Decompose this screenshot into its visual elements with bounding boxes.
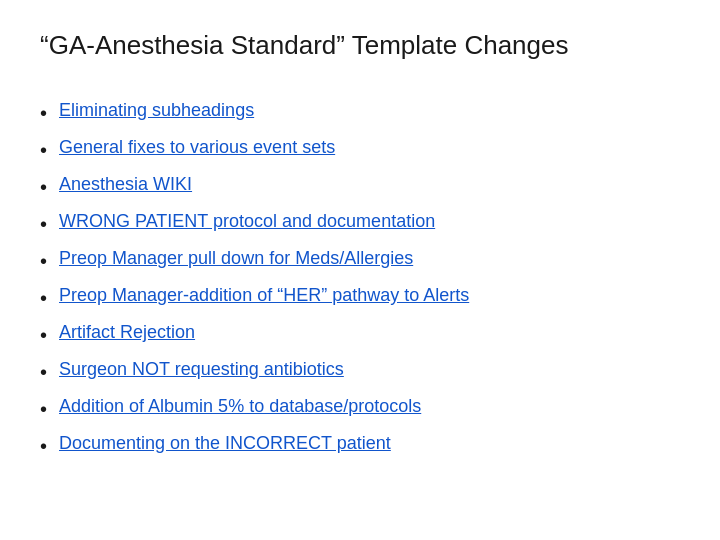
list-item: •WRONG PATIENT protocol and documentatio… xyxy=(40,210,680,237)
list-item: •Addition of Albumin 5% to database/prot… xyxy=(40,395,680,422)
list-item: •Eliminating subheadings xyxy=(40,99,680,126)
list-item: •Artifact Rejection xyxy=(40,321,680,348)
bullet-link-9[interactable]: Addition of Albumin 5% to database/proto… xyxy=(59,395,421,418)
bullet-dot-icon: • xyxy=(40,359,47,385)
bullet-link-2[interactable]: General fixes to various event sets xyxy=(59,136,335,159)
bullet-link-6[interactable]: Preop Manager-addition of “HER” pathway … xyxy=(59,284,469,307)
bullet-dot-icon: • xyxy=(40,211,47,237)
bullet-dot-icon: • xyxy=(40,100,47,126)
bullet-link-4[interactable]: WRONG PATIENT protocol and documentation xyxy=(59,210,435,233)
list-item: •Preop Manager-addition of “HER” pathway… xyxy=(40,284,680,311)
bullet-link-7[interactable]: Artifact Rejection xyxy=(59,321,195,344)
list-item: •Preop Manager pull down for Meds/Allerg… xyxy=(40,247,680,274)
list-item: •Surgeon NOT requesting antibiotics xyxy=(40,358,680,385)
list-item: •Documenting on the INCORRECT patient xyxy=(40,432,680,459)
bullet-dot-icon: • xyxy=(40,137,47,163)
slide-title: “GA-Anesthesia Standard” Template Change… xyxy=(40,30,680,69)
bullet-link-10[interactable]: Documenting on the INCORRECT patient xyxy=(59,432,391,455)
slide-container: “GA-Anesthesia Standard” Template Change… xyxy=(0,0,720,540)
bullet-list: •Eliminating subheadings•General fixes t… xyxy=(40,99,680,469)
bullet-link-8[interactable]: Surgeon NOT requesting antibiotics xyxy=(59,358,344,381)
bullet-link-5[interactable]: Preop Manager pull down for Meds/Allergi… xyxy=(59,247,413,270)
bullet-link-3[interactable]: Anesthesia WIKI xyxy=(59,173,192,196)
list-item: •General fixes to various event sets xyxy=(40,136,680,163)
bullet-dot-icon: • xyxy=(40,285,47,311)
bullet-dot-icon: • xyxy=(40,322,47,348)
bullet-dot-icon: • xyxy=(40,396,47,422)
bullet-dot-icon: • xyxy=(40,174,47,200)
bullet-dot-icon: • xyxy=(40,433,47,459)
bullet-link-1[interactable]: Eliminating subheadings xyxy=(59,99,254,122)
list-item: •Anesthesia WIKI xyxy=(40,173,680,200)
bullet-dot-icon: • xyxy=(40,248,47,274)
